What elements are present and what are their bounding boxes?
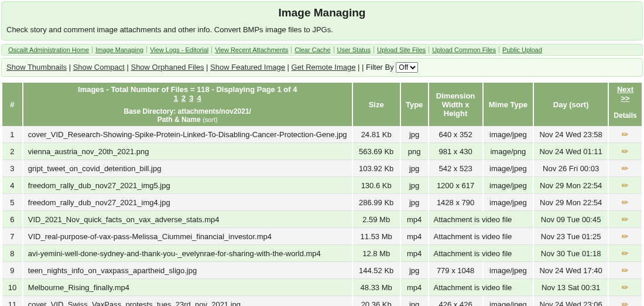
nav-link[interactable]: User Status: [334, 46, 374, 53]
nav-link[interactable]: Public Upload: [499, 46, 545, 53]
cell-number: 11: [2, 296, 22, 306]
cell-size: 48.33 Mb: [353, 279, 400, 296]
cell-day: Nov 13 Sat 00:31: [534, 279, 608, 296]
cell-mime: image/jpeg: [484, 160, 533, 177]
page-link[interactable]: 4: [195, 94, 203, 103]
filter-link[interactable]: Get Remote Image: [292, 63, 356, 72]
cell-type: jpg: [401, 177, 428, 194]
table-row: 8avi-yemini-well-done-sydney-and-thank-y…: [2, 245, 642, 262]
cell-filename: VID_2021_Nov_quick_facts_on_vax_adverse_…: [23, 211, 352, 228]
cell-type: jpg: [401, 194, 428, 211]
cell-size: 12.8 Mb: [353, 245, 400, 262]
cell-video-note: Attachment is video file: [429, 228, 533, 245]
cell-details[interactable]: ✎: [609, 143, 642, 160]
cell-video-note: Attachment is video file: [429, 279, 533, 296]
filter-label: | Filter By: [362, 63, 396, 72]
filter-select[interactable]: Off: [396, 62, 418, 73]
nav-link[interactable]: View Recent Attachments: [212, 46, 292, 53]
cell-number: 1: [2, 126, 22, 143]
table-row: 1cover_VID_Research-Showing-Spike-Protei…: [2, 126, 642, 143]
cell-dimension: 426 x 426: [429, 296, 482, 306]
cell-size: 563.69 Kb: [353, 143, 400, 160]
cell-details[interactable]: ✎: [609, 245, 642, 262]
page-link[interactable]: 3: [187, 94, 195, 103]
cell-day: Nov 09 Tue 00:45: [534, 211, 608, 228]
cell-type: jpg: [401, 262, 428, 279]
cell-details[interactable]: ✎: [609, 228, 642, 245]
nav-link[interactable]: View Logs - Editorial: [147, 46, 212, 53]
table-row: 6VID_2021_Nov_quick_facts_on_vax_adverse…: [2, 211, 642, 228]
cell-type: mp4: [401, 228, 428, 245]
edit-icon: ✎: [619, 162, 631, 174]
cell-number: 10: [2, 279, 22, 296]
cell-size: 24.81 Kb: [353, 126, 400, 143]
edit-icon: ✎: [619, 145, 631, 157]
cell-day: Nov 29 Mon 22:54: [534, 194, 608, 211]
filter-link[interactable]: Show Compact: [73, 63, 125, 72]
page-links: 1234: [172, 94, 203, 103]
filter-link[interactable]: Show Featured Image: [210, 63, 285, 72]
edit-icon: ✎: [619, 264, 631, 276]
nav-link[interactable]: Image Managing: [93, 46, 147, 53]
cell-dimension: 1200 x 617: [429, 177, 482, 194]
nav-link[interactable]: Clear Cache: [292, 46, 334, 53]
next-page[interactable]: Next >>: [609, 83, 642, 105]
cell-type: mp4: [401, 279, 428, 296]
cell-dimension: 981 x 430: [429, 143, 482, 160]
cell-details[interactable]: ✎: [609, 211, 642, 228]
table-row: 10Melbourne_Rising_finally.mp448.33 Mbmp…: [2, 279, 642, 296]
cell-number: 9: [2, 262, 22, 279]
filter-link[interactable]: Show Orphaned Files: [131, 63, 204, 72]
cell-filename: cover_VID_Research-Showing-Spike-Protein…: [23, 126, 352, 143]
cell-day: Nov 23 Tue 01:25: [534, 228, 608, 245]
cell-day: Nov 26 Fri 00:03: [534, 160, 608, 177]
cell-mime: image/jpeg: [484, 177, 533, 194]
cell-details[interactable]: ✎: [609, 279, 642, 296]
filter-link[interactable]: Show Thumbnails: [6, 63, 67, 72]
cell-day: Nov 29 Mon 22:54: [534, 177, 608, 194]
page-link[interactable]: 2: [180, 94, 187, 103]
cell-video-note: Attachment is video file: [429, 211, 533, 228]
cell-filename: cover_VID_Swiss_VaxPass_protests_tues_23…: [23, 296, 352, 306]
page-header: Image Managing Check story and comment i…: [1, 1, 643, 40]
edit-icon: ✎: [619, 128, 631, 140]
edit-icon: ✎: [619, 179, 631, 191]
cell-details[interactable]: ✎: [609, 194, 642, 211]
filter-bar: Show Thumbnails | Show Compact | Show Or…: [1, 58, 643, 77]
table-row: 11cover_VID_Swiss_VaxPass_protests_tues_…: [2, 296, 642, 306]
cell-day: Nov 30 Tue 01:18: [534, 245, 608, 262]
cell-dimension: 542 x 523: [429, 160, 482, 177]
cell-details[interactable]: ✎: [609, 262, 642, 279]
page-link[interactable]: 1: [172, 94, 180, 103]
cell-details[interactable]: ✎: [609, 296, 642, 306]
col-path-name: Base Directory: attachments/nov2021/ Pat…: [23, 105, 352, 126]
table-row: 5freedom_rally_dub_nov27_2021_img4.jpg28…: [2, 194, 642, 211]
nav-link[interactable]: Oscailt Administration Home: [5, 46, 93, 53]
table-row: 4freedom_rally_dub_nov27_2021_img5.jpg13…: [2, 177, 642, 194]
nav-link[interactable]: Upload Common Files: [429, 46, 499, 53]
edit-icon: ✎: [619, 196, 631, 208]
edit-icon: ✎: [619, 281, 631, 293]
table-row: 9teen_nights_info_on_vaxpass_apartheid_s…: [2, 262, 642, 279]
cell-details[interactable]: ✎: [609, 177, 642, 194]
cell-mime: image/jpeg: [484, 194, 533, 211]
edit-icon: ✎: [619, 213, 631, 225]
cell-filename: gript_tweet_on_covid_detention_bill.jpg: [23, 160, 352, 177]
cell-filename: freedom_rally_dub_nov27_2021_img4.jpg: [23, 194, 352, 211]
cell-filename: Melbourne_Rising_finally.mp4: [23, 279, 352, 296]
cell-mime: image/png: [484, 143, 533, 160]
cell-filename: avi-yemini-well-done-sydney-and-thank-yo…: [23, 245, 352, 262]
cell-dimension: 640 x 352: [429, 126, 482, 143]
cell-number: 3: [2, 160, 22, 177]
cell-size: 286.99 Kb: [353, 194, 400, 211]
cell-size: 2.59 Mb: [353, 211, 400, 228]
cell-day: Nov 24 Wed 01:11: [534, 143, 608, 160]
cell-details[interactable]: ✎: [609, 160, 642, 177]
nav-link[interactable]: Upload Site Files: [374, 46, 429, 53]
cell-mime: image/jpeg: [484, 126, 533, 143]
cell-details[interactable]: ✎: [609, 126, 642, 143]
cell-number: 7: [2, 228, 22, 245]
cell-type: jpg: [401, 160, 428, 177]
cell-type: jpg: [401, 126, 428, 143]
cell-filename: teen_nights_info_on_vaxpass_apartheid_sl…: [23, 262, 352, 279]
